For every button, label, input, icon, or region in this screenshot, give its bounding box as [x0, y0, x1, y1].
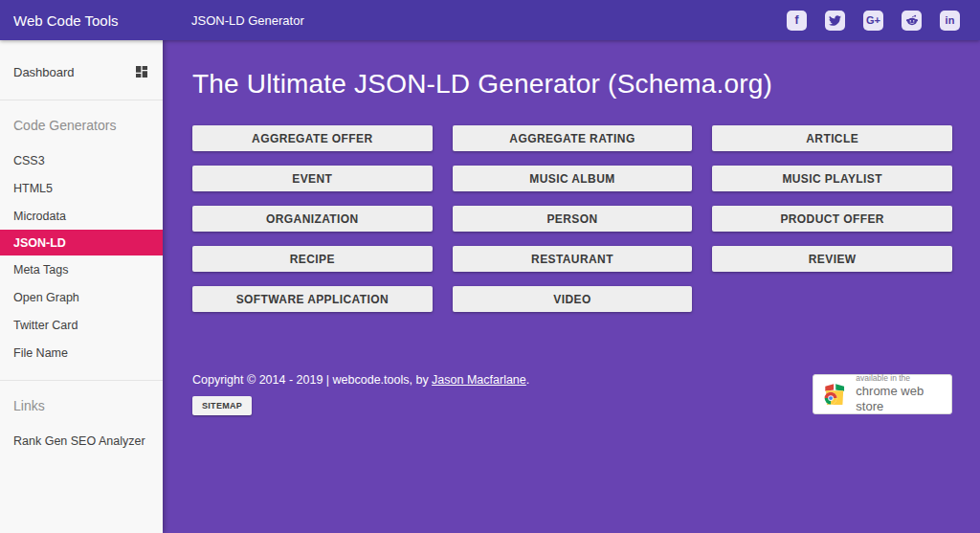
schema-button-aggregate-rating[interactable]: AGGREGATE RATING: [453, 125, 693, 151]
sidebar-item-meta-tags[interactable]: Meta Tags: [0, 255, 163, 283]
sidebar: Dashboard Code Generators CSS3 HTML5 Mic…: [0, 40, 163, 533]
social-links: f G+ in: [787, 11, 980, 31]
schema-button-product-offer[interactable]: PRODUCT OFFER: [712, 206, 952, 232]
linkedin-icon[interactable]: in: [940, 11, 960, 31]
chrome-badge-text: available in the chrome web store: [856, 373, 943, 414]
reddit-icon[interactable]: [902, 11, 922, 31]
schema-button-person[interactable]: PERSON: [453, 206, 693, 232]
schema-button-article[interactable]: ARTICLE: [712, 125, 952, 151]
dashboard-grid-icon: [134, 64, 149, 79]
chrome-badge-line2: chrome web store: [856, 384, 943, 415]
sidebar-heading-links: Links: [0, 398, 163, 413]
schema-button-review[interactable]: REVIEW: [712, 246, 952, 272]
schema-button-organization[interactable]: ORGANIZATION: [192, 206, 433, 232]
sidebar-item-css3[interactable]: CSS3: [0, 146, 163, 174]
reddit-alien-glyph: [905, 13, 919, 27]
google-plus-icon[interactable]: G+: [863, 11, 883, 31]
sidebar-item-file-name[interactable]: File Name: [0, 339, 163, 366]
twitter-bird-glyph: [829, 14, 841, 27]
sidebar-divider: [0, 380, 163, 381]
copyright-text: Copyright © 2014 - 2019 | webcode.tools,…: [192, 373, 529, 387]
sidebar-item-json-ld[interactable]: JSON-LD: [0, 230, 163, 255]
sidebar-item-html5[interactable]: HTML5: [0, 174, 163, 202]
sidebar-item-twitter-card[interactable]: Twitter Card: [0, 311, 163, 339]
schema-button-grid: AGGREGATE OFFER AGGREGATE RATING ARTICLE…: [192, 125, 952, 312]
chrome-badge-line1: available in the: [856, 373, 943, 384]
facebook-icon[interactable]: f: [787, 11, 807, 31]
schema-button-video[interactable]: VIDEO: [453, 286, 693, 312]
schema-button-software-application[interactable]: SOFTWARE APPLICATION: [192, 286, 433, 312]
footer-left: Copyright © 2014 - 2019 | webcode.tools,…: [192, 373, 529, 415]
author-link[interactable]: Jason Macfarlane: [432, 373, 526, 387]
sidebar-divider: [0, 100, 163, 100]
schema-button-restaurant[interactable]: RESTAURANT: [453, 246, 693, 272]
schema-button-aggregate-offer[interactable]: AGGREGATE OFFER: [192, 125, 433, 151]
sidebar-item-rank-gen-seo-analyzer[interactable]: Rank Gen SEO Analyzer: [0, 427, 163, 455]
chrome-web-store-badge[interactable]: available in the chrome web store: [813, 374, 952, 414]
copyright-suffix: .: [526, 373, 529, 387]
sidebar-item-microdata[interactable]: Microdata: [0, 202, 163, 230]
brand-logo[interactable]: Web Code Tools: [0, 12, 163, 29]
app-window: Web Code Tools JSON-LD Generator f G+: [0, 0, 980, 533]
schema-button-event[interactable]: EVENT: [192, 166, 433, 191]
schema-button-recipe[interactable]: RECIPE: [192, 246, 433, 272]
chrome-web-store-bag-icon: [822, 379, 847, 410]
topbar-page-title: JSON-LD Generator: [191, 13, 304, 28]
twitter-icon[interactable]: [825, 11, 845, 31]
top-bar: Web Code Tools JSON-LD Generator f G+: [0, 0, 980, 40]
footer: Copyright © 2014 - 2019 | webcode.tools,…: [192, 373, 952, 415]
main-content: The Ultimate JSON-LD Generator (Schema.o…: [163, 40, 980, 533]
sitemap-button[interactable]: SITEMAP: [192, 396, 252, 415]
copyright-prefix: Copyright © 2014 - 2019 | webcode.tools,…: [192, 373, 432, 387]
schema-button-music-album[interactable]: MUSIC ALBUM: [453, 166, 693, 191]
sidebar-item-open-graph[interactable]: Open Graph: [0, 283, 163, 311]
schema-button-music-playlist[interactable]: MUSIC PLAYLIST: [712, 166, 952, 191]
dashboard-label: Dashboard: [13, 65, 75, 79]
sidebar-heading-code-generators: Code Generators: [0, 118, 163, 133]
sidebar-item-dashboard[interactable]: Dashboard: [0, 50, 163, 94]
page-title: The Ultimate JSON-LD Generator (Schema.o…: [192, 69, 952, 100]
